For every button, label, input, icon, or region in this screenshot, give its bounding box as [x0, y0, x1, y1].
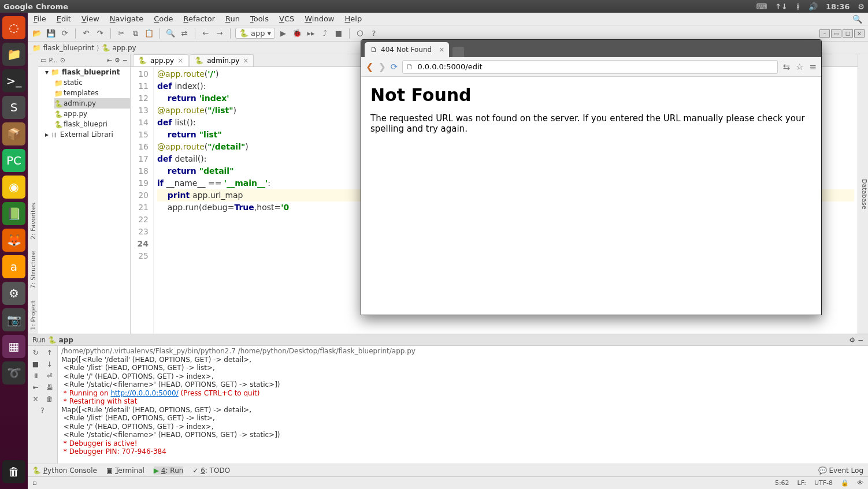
menu-tools[interactable]: Tools	[250, 14, 269, 23]
camera-icon[interactable]: 📷	[2, 308, 25, 331]
tree-item[interactable]: 🐍app.py	[54, 109, 130, 119]
menu-help[interactable]: Help	[345, 14, 362, 23]
wrap-icon[interactable]: ⏎	[45, 371, 54, 380]
address-bar[interactable]: 🗋 0.0.0.0:5000/edit	[402, 60, 778, 74]
right-tool-strip[interactable]: Database	[858, 54, 868, 334]
workspace-icon[interactable]: ▦	[2, 335, 25, 358]
back-icon[interactable]: ←	[200, 28, 212, 39]
spiral-icon[interactable]: ➰	[2, 361, 25, 385]
stop-icon[interactable]: ■	[31, 360, 40, 369]
open-icon[interactable]: 📂	[31, 28, 43, 39]
exit-icon[interactable]: ⇤	[31, 383, 40, 392]
gear-icon[interactable]: ⚙	[114, 57, 120, 64]
files-icon[interactable]: 📁	[2, 43, 25, 66]
hide-icon[interactable]: −	[858, 336, 863, 344]
tool-tab-structure[interactable]: 7: Structure	[29, 251, 37, 289]
inspector-icon[interactable]: 👁	[857, 479, 863, 487]
forward-icon[interactable]: →	[214, 28, 225, 39]
editor-tab[interactable]: 🐍app.py×	[133, 54, 188, 66]
lock-icon[interactable]: 🔒	[841, 479, 849, 487]
trash-icon[interactable]: 🗑	[2, 460, 25, 483]
clock[interactable]: 18:36	[826, 2, 850, 11]
sync-icon[interactable]: ⟳	[59, 28, 71, 39]
gear-icon[interactable]: ⚙	[858, 2, 865, 11]
archive-icon[interactable]: 📦	[2, 122, 25, 145]
tool-tab-project[interactable]: 1: Project	[29, 300, 37, 330]
close-icon[interactable]: ×	[177, 57, 183, 65]
book-icon[interactable]: 📗	[2, 202, 25, 225]
settings-icon[interactable]: ⚙	[2, 282, 25, 305]
pycharm-icon[interactable]: PC	[2, 149, 25, 172]
database-tool-label[interactable]: Database	[860, 179, 868, 210]
print-icon[interactable]: 🖶	[45, 383, 54, 392]
left-tool-strip[interactable]: 1: Project7: Structure2: Favorites	[28, 54, 38, 334]
up-icon[interactable]: ↑	[45, 348, 54, 357]
menu-edit[interactable]: Edit	[57, 14, 71, 23]
menu-vcs[interactable]: VCS	[279, 14, 294, 23]
translate-icon[interactable]: ⇆	[782, 62, 790, 72]
tree-item[interactable]: 📁static	[54, 77, 130, 88]
bottom-tab-pythonconsole[interactable]: 🐍 Python Console	[32, 466, 97, 475]
menu-file[interactable]: File	[34, 14, 46, 23]
run-icon[interactable]: ▶	[277, 28, 289, 39]
editor-tab[interactable]: 🐍admin.py×	[190, 54, 254, 66]
menu-window[interactable]: Window	[305, 14, 334, 23]
sound-icon[interactable]: 🔊	[808, 2, 818, 11]
dash-icon[interactable]: ◌	[2, 16, 25, 39]
coverage-icon[interactable]: ▸▸	[305, 28, 317, 39]
cut-icon[interactable]: ✂	[116, 28, 127, 39]
close-button[interactable]: ×	[854, 29, 865, 38]
new-tab-button[interactable]	[452, 47, 464, 57]
minimize-button[interactable]: –	[819, 29, 830, 38]
redo-icon[interactable]: ↷	[94, 28, 106, 39]
status-icon[interactable]: ▫	[32, 479, 36, 487]
replace-icon[interactable]: ⇄	[179, 28, 190, 39]
bluetooth-icon[interactable]: ᚼ	[796, 2, 800, 11]
search-icon[interactable]: 🔍	[852, 14, 862, 24]
profile-icon[interactable]: ⤴	[319, 28, 331, 39]
project-header[interactable]: ▭ P... ⊙ ⇤ ⚙ −	[38, 54, 130, 67]
vcs-icon[interactable]: ⬡	[354, 28, 366, 39]
hide-icon[interactable]: −	[123, 57, 128, 64]
back-icon[interactable]: ❮	[366, 61, 373, 72]
line-separator[interactable]: LF:	[797, 479, 806, 487]
event-log-button[interactable]: 💬 Event Log	[818, 466, 863, 475]
terminal-icon[interactable]: >_	[2, 69, 25, 92]
maximize-button[interactable]: □	[843, 29, 853, 38]
find-icon[interactable]: 🔍	[165, 28, 176, 39]
bottom-tab-todo[interactable]: ✓ 6: TODO	[192, 466, 230, 475]
stop-icon[interactable]: ■	[333, 28, 344, 39]
down-icon[interactable]: ↓	[45, 360, 54, 369]
keyboard-icon[interactable]: ⌨	[756, 2, 767, 11]
bookmark-icon[interactable]: ☆	[796, 62, 803, 72]
rerun-icon[interactable]: ↻	[31, 348, 40, 357]
pause-icon[interactable]: ⏸	[31, 371, 40, 380]
breadcrumb-item[interactable]: 🐍 app.py	[102, 44, 136, 52]
help-icon[interactable]: ?	[368, 28, 380, 39]
close-icon[interactable]: ×	[439, 46, 444, 54]
close-icon[interactable]: ×	[31, 394, 40, 404]
chevron-down-icon[interactable]: ⊙	[60, 57, 65, 64]
trash-icon[interactable]: 🗑	[45, 394, 54, 404]
menu-view[interactable]: View	[81, 14, 99, 23]
file-encoding[interactable]: UTF-8	[814, 479, 833, 487]
bottom-tab-run[interactable]: ▶ 4: Run	[154, 466, 184, 475]
gear-icon[interactable]: ⚙	[849, 336, 855, 344]
menu-run[interactable]: Run	[225, 14, 240, 23]
tree-external-libs[interactable]: ▸ ⫼ External Librari	[45, 129, 130, 140]
bottom-tab-terminal[interactable]: ▣ Terminal	[106, 466, 144, 475]
undo-icon[interactable]: ↶	[80, 28, 92, 39]
help-icon[interactable]: ?	[38, 406, 47, 415]
menu-code[interactable]: Code	[154, 14, 173, 23]
tool-tab-favorites[interactable]: 2: Favorites	[29, 203, 37, 240]
restore-button[interactable]: ▭	[831, 29, 841, 38]
copy-icon[interactable]: ⧉	[129, 28, 141, 39]
chrome-tab[interactable]: 🗋 404 Not Found ×	[365, 42, 449, 57]
breadcrumb-item[interactable]: 📁 flask_blueprint	[32, 44, 94, 52]
debug-icon[interactable]: 🐞	[291, 28, 303, 39]
run-config-selector[interactable]: 🐍 app ▾	[235, 28, 275, 39]
tree-item[interactable]: 🐍flask_bluepri	[54, 119, 130, 129]
sublime-icon[interactable]: S	[2, 96, 25, 119]
tree-item[interactable]: 📁templates	[54, 88, 130, 98]
save-icon[interactable]: 💾	[45, 28, 57, 39]
